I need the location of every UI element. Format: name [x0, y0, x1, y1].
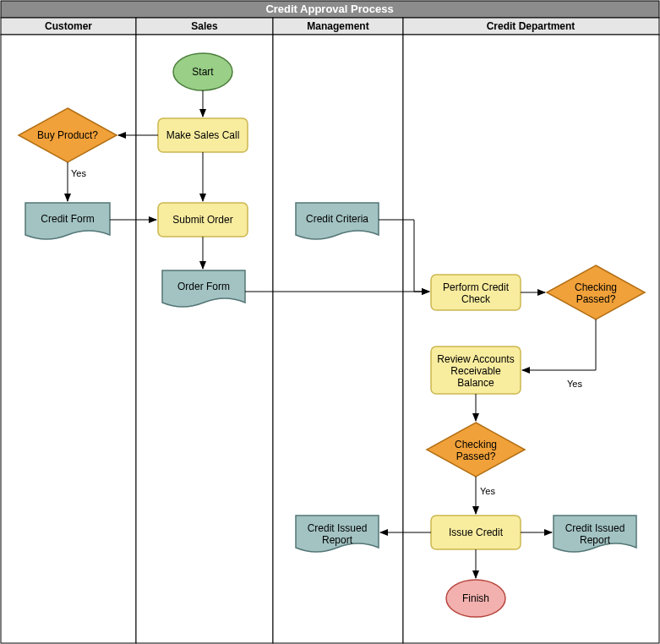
- title-text: Credit Approval Process: [265, 3, 393, 15]
- credit-form-label: Credit Form: [41, 213, 94, 225]
- credit-criteria-label: Credit Criteria: [306, 213, 368, 225]
- swimlane-diagram: Credit Approval Process Customer Sales M…: [0, 0, 660, 644]
- perform-label1: Perform Credit: [443, 281, 510, 293]
- diagram-svg: Credit Approval Process Customer Sales M…: [0, 0, 660, 644]
- lane-label-customer: Customer: [45, 20, 92, 32]
- finish-label: Finish: [462, 592, 489, 604]
- buy-product-label: Buy Product?: [37, 129, 98, 141]
- start-label: Start: [192, 66, 214, 78]
- lane-label-sales: Sales: [191, 20, 218, 32]
- perform-label2: Check: [461, 293, 491, 305]
- order-form-label: Order Form: [177, 281, 230, 292]
- issue-credit-label: Issue Credit: [449, 527, 504, 538]
- check1-label2: Passed?: [576, 293, 616, 305]
- check1-label1: Checking: [575, 281, 617, 293]
- submit-order-label: Submit Order: [172, 214, 232, 226]
- review-label1: Review Accounts: [437, 353, 514, 365]
- check2-label1: Checking: [455, 439, 497, 450]
- report-left-label1: Credit Issued: [308, 522, 368, 534]
- lane-label-management: Management: [307, 20, 368, 32]
- edge-yes1-label: Yes: [71, 168, 86, 178]
- edge-yes2-label: Yes: [567, 379, 582, 389]
- report-left-label2: Report: [322, 534, 353, 546]
- lane-body-management: [273, 35, 403, 643]
- report-right-label1: Credit Issued: [565, 522, 625, 534]
- edge-yes3-label: Yes: [480, 486, 495, 496]
- lane-label-credit: Credit Department: [487, 20, 575, 32]
- review-label2: Receivable: [450, 365, 501, 377]
- review-label3: Balance: [457, 377, 494, 389]
- check2-label2: Passed?: [456, 450, 496, 462]
- make-sales-call-label: Make Sales Call: [166, 129, 240, 141]
- report-right-label2: Report: [580, 534, 611, 546]
- lane-body-credit: [403, 35, 659, 643]
